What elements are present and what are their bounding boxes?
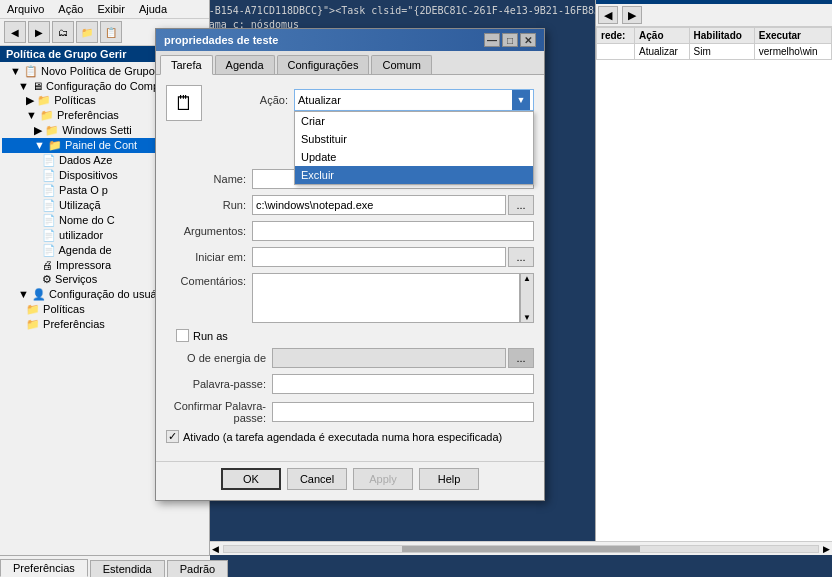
tree-label-5: Painel de Cont <box>65 139 137 151</box>
run-browse-btn[interactable]: ... <box>508 195 534 215</box>
task-icon: 🗒 <box>166 85 202 121</box>
dialog-close-btn[interactable]: ✕ <box>520 33 536 47</box>
toolbar-view[interactable]: 📋 <box>100 21 122 43</box>
scroll-left-btn[interactable]: ◀ <box>210 544 221 554</box>
menu-exibir[interactable]: Exibir <box>94 2 128 16</box>
run-as-label: Run as <box>193 330 228 342</box>
dropdown-option-criar[interactable]: Criar <box>295 112 533 130</box>
activated-row: ✓ Ativado (a tarefa agendada é executada… <box>166 430 534 443</box>
tree-label-4: Windows Setti <box>62 124 132 136</box>
confirmar-input[interactable] <box>272 402 534 422</box>
menu-arquivo[interactable]: Arquivo <box>4 2 47 16</box>
col-acao: Ação <box>635 28 689 44</box>
tree-label-10: Nome do C <box>59 214 115 226</box>
activated-checkbox[interactable]: ✓ <box>166 430 179 443</box>
acao-dropdown[interactable]: Atualizar ▼ <box>294 89 534 111</box>
menu-acao[interactable]: Ação <box>55 2 86 16</box>
dropdown-option-excluir[interactable]: Excluir <box>295 166 533 184</box>
run-input[interactable] <box>252 195 506 215</box>
tree-label-0: Novo Política de Grupo 0b <box>41 65 170 77</box>
comentarios-scrollbar[interactable]: ▲ ▼ <box>520 273 534 323</box>
confirmar-label: Confirmar Palavra-passe: <box>166 400 266 424</box>
acao-dropdown-list: Criar Substituir Update Excluir <box>294 111 534 185</box>
dialog-content: 🗒 Ação: Atualizar ▼ Criar Substituir Upd <box>156 75 544 461</box>
tree-icon-1: 🖥 <box>32 80 43 92</box>
tree-icon-8: 📄 <box>42 184 56 196</box>
cancel-button[interactable]: Cancel <box>287 468 347 490</box>
dialog-tab-agenda[interactable]: Agenda <box>215 55 275 74</box>
ok-button[interactable]: OK <box>221 468 281 490</box>
arguments-input[interactable] <box>252 221 534 241</box>
tree-icon-6: 📄 <box>42 154 56 166</box>
dialog-maximize-btn[interactable]: □ <box>502 33 518 47</box>
senha-row: Palavra-passe: <box>166 374 534 394</box>
expand-icon-5: ▼ <box>34 139 45 151</box>
run-row: Run: ... <box>166 195 534 215</box>
cell-habilitado: Sim <box>689 44 754 60</box>
tab-padrao[interactable]: Padrão <box>167 560 228 577</box>
dialog-tab-configuracoes[interactable]: Configurações <box>277 55 370 74</box>
confirmar-row: Confirmar Palavra-passe: <box>166 400 534 424</box>
col-executar: Executar <box>754 28 831 44</box>
power-row: O de energia de ... <box>166 348 534 368</box>
dropdown-option-substituir[interactable]: Substituir <box>295 130 533 148</box>
power-input[interactable] <box>272 348 506 368</box>
run-as-checkbox[interactable] <box>176 329 189 342</box>
apply-button[interactable]: Apply <box>353 468 413 490</box>
power-label: O de energia de <box>166 352 266 364</box>
toolbar-back[interactable]: ◀ <box>4 21 26 43</box>
tree-icon-14: ⚙ <box>42 273 52 285</box>
help-button[interactable]: Help <box>419 468 479 490</box>
dialog-titlebar: propriedades de teste — □ ✕ <box>156 29 544 51</box>
comentarios-label: Comentários: <box>166 275 246 287</box>
cell-executar: vermelho\win <box>754 44 831 60</box>
right-panel-toolbar: ◀ ▶ <box>596 4 832 27</box>
scroll-up-icon[interactable]: ▲ <box>523 274 531 283</box>
right-panel-table: rede: Ação Habilitado Executar Atualizar… <box>596 27 832 60</box>
scroll-down-icon[interactable]: ▼ <box>523 313 531 322</box>
iniciar-browse-btn[interactable]: ... <box>508 247 534 267</box>
acao-selected-value: Atualizar <box>298 94 341 106</box>
col-habilitado: Habilitado <box>689 28 754 44</box>
horizontal-scrollbar[interactable]: ◀ ▶ <box>210 541 832 555</box>
tree-label-14: Serviços <box>55 273 97 285</box>
tree-icon-5: 📁 <box>48 139 62 151</box>
tree-icon-11: 📄 <box>42 229 56 241</box>
dialog-tab-tarefa[interactable]: Tarefa <box>160 55 213 75</box>
dialog-tab-comum[interactable]: Comum <box>371 55 432 74</box>
acao-label: Ação: <box>208 94 288 106</box>
tree-label-17: Preferências <box>43 318 105 330</box>
toolbar-forward[interactable]: ▶ <box>28 21 50 43</box>
scroll-right-btn[interactable]: ▶ <box>821 544 832 554</box>
menu-ajuda[interactable]: Ajuda <box>136 2 170 16</box>
comentarios-input[interactable] <box>252 273 520 323</box>
expand-icon-3: ▼ <box>26 109 37 121</box>
dropdown-arrow-icon: ▼ <box>512 90 530 110</box>
tab-estendida[interactable]: Estendida <box>90 560 165 577</box>
table-row[interactable]: Atualizar Sim vermelho\win <box>597 44 832 60</box>
iniciar-input[interactable] <box>252 247 506 267</box>
tree-icon-0: 📋 <box>24 65 38 77</box>
tree-icon-2: 📁 <box>37 94 51 106</box>
scrollbar-thumb[interactable] <box>402 546 640 552</box>
toolbar-up[interactable]: 🗂 <box>52 21 74 43</box>
tree-icon-10: 📄 <box>42 214 56 226</box>
name-label: Name: <box>166 173 246 185</box>
scrollbar-track[interactable] <box>223 545 819 553</box>
iniciar-label: Iniciar em: <box>166 251 246 263</box>
senha-label: Palavra-passe: <box>166 378 266 390</box>
right-toolbar-btn-2[interactable]: ▶ <box>622 6 642 24</box>
arguments-row: Argumentos: <box>166 221 534 241</box>
toolbar-folder[interactable]: 📁 <box>76 21 98 43</box>
dialog-buttons: OK Cancel Apply Help <box>156 461 544 500</box>
senha-input[interactable] <box>272 374 534 394</box>
dropdown-option-update[interactable]: Update <box>295 148 533 166</box>
tab-preferencias[interactable]: Preferências <box>0 559 88 577</box>
tree-icon-12: 📄 <box>42 244 56 256</box>
dialog-minimize-btn[interactable]: — <box>484 33 500 47</box>
tree-icon-9: 📄 <box>42 199 56 211</box>
expand-icon-1: ▼ <box>18 80 29 92</box>
power-browse-btn[interactable]: ... <box>508 348 534 368</box>
right-toolbar-btn-1[interactable]: ◀ <box>598 6 618 24</box>
tree-icon-7: 📄 <box>42 169 56 181</box>
